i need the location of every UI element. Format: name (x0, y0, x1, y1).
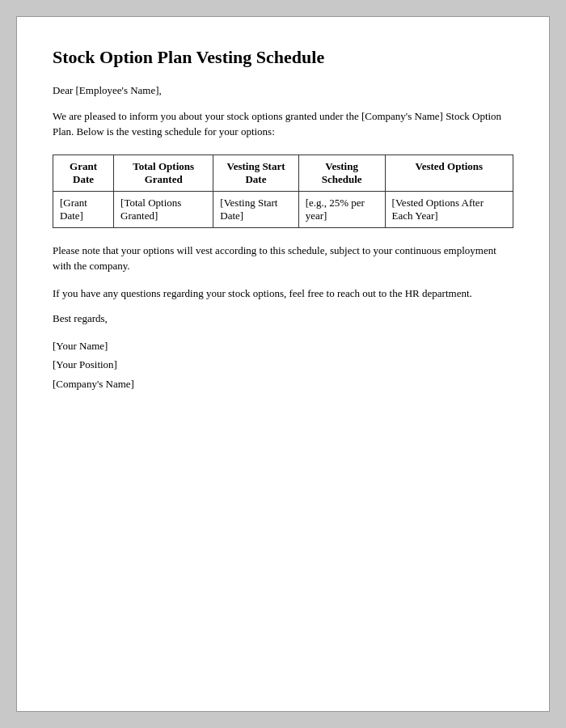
col-header-vested-options: Vested Options (385, 154, 513, 191)
col-header-vesting-schedule: Vesting Schedule (298, 154, 385, 191)
signature-position: [Your Position] (53, 355, 513, 374)
document-title: Stock Option Plan Vesting Schedule (53, 46, 513, 70)
signature-name: [Your Name] (53, 336, 513, 355)
cell-grant-date: [Grant Date] (53, 191, 114, 227)
cell-total-options: [Total Options Granted] (114, 191, 213, 227)
signature-block: [Your Name] [Your Position] [Company's N… (53, 336, 513, 393)
col-header-grant-date: Grant Date (53, 154, 114, 191)
col-header-vesting-start: Vesting Start Date (213, 154, 298, 191)
vesting-note: Please note that your options will vest … (53, 243, 513, 274)
vesting-table: Grant Date Total Options Granted Vesting… (53, 154, 513, 228)
intro-paragraph: We are pleased to inform you about your … (53, 108, 513, 140)
closing: Best regards, (53, 312, 513, 325)
signature-company: [Company's Name] (53, 375, 513, 393)
question-note: If you have any questions regarding your… (53, 286, 513, 302)
table-row: [Grant Date] [Total Options Granted] [Ve… (53, 191, 513, 227)
cell-vested-options: [Vested Options After Each Year] (385, 191, 513, 227)
cell-vesting-schedule: [e.g., 25% per year] (298, 191, 385, 227)
col-header-total-options: Total Options Granted (114, 154, 213, 191)
cell-vesting-start: [Vesting Start Date] (213, 191, 298, 227)
document: Stock Option Plan Vesting Schedule Dear … (16, 16, 550, 712)
salutation: Dear [Employee's Name], (53, 84, 513, 97)
